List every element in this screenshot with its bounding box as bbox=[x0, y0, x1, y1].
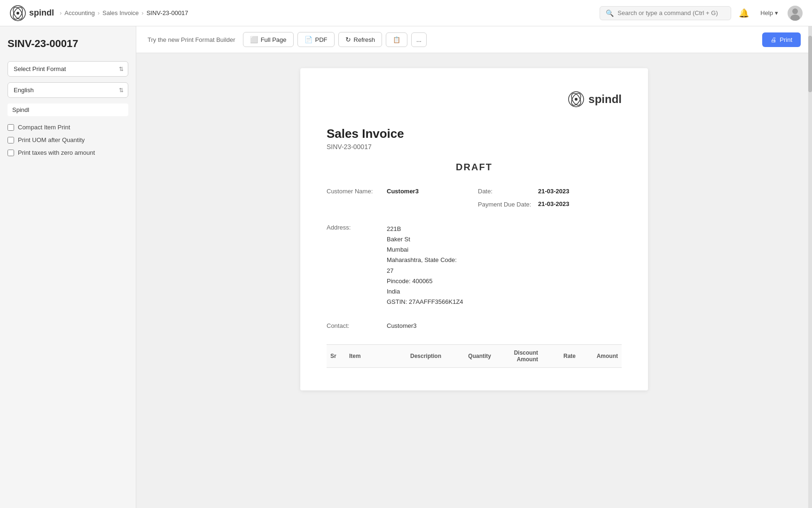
contact-value: Customer3 bbox=[387, 322, 417, 329]
col-header-sr: Sr bbox=[327, 344, 345, 367]
scrollbar-thumb[interactable] bbox=[808, 36, 812, 92]
full-page-button[interactable]: ⬜ Full Page bbox=[243, 32, 294, 47]
print-uom-input[interactable] bbox=[8, 137, 14, 143]
invoice-header: spindl bbox=[327, 91, 622, 108]
draft-watermark: DRAFT bbox=[327, 162, 622, 173]
compact-item-print-input[interactable] bbox=[8, 124, 14, 131]
language-select[interactable]: English bbox=[8, 82, 128, 98]
customer-name-label: Customer Name: bbox=[327, 188, 383, 195]
address-value: 221BBaker StMumbaiMaharashtra, State Cod… bbox=[387, 224, 463, 307]
language-selector[interactable]: English ⇅ bbox=[8, 82, 128, 98]
address-line: Maharashtra, State Code: bbox=[387, 255, 463, 265]
print-taxes-checkbox[interactable]: Print taxes with zero amount bbox=[8, 149, 128, 156]
invoice-table: Sr Item Description Quantity Discount Am… bbox=[327, 344, 622, 368]
svg-point-4 bbox=[792, 8, 798, 14]
payment-due-value: 21-03-2023 bbox=[538, 200, 570, 207]
col-header-quantity: Quantity bbox=[457, 344, 495, 367]
refresh-label: Refresh bbox=[354, 36, 375, 43]
breadcrumb-current: SINV-23-00017 bbox=[147, 9, 188, 16]
more-options-button[interactable]: ... bbox=[411, 32, 427, 47]
address-line: Pincode: 400065 bbox=[387, 276, 463, 286]
address-line: GSTIN: 27AAFFF3566K1Z4 bbox=[387, 297, 463, 307]
refresh-icon: ↻ bbox=[345, 36, 351, 43]
address-line: 221B bbox=[387, 224, 463, 234]
notification-bell-button[interactable]: 🔔 bbox=[737, 6, 751, 20]
date-label: Date: bbox=[478, 188, 534, 195]
breadcrumb: › Accounting › Sales Invoice › SINV-23-0… bbox=[60, 9, 188, 16]
contact-label: Contact: bbox=[327, 322, 383, 329]
help-chevron-icon: ▾ bbox=[775, 9, 778, 16]
address-line: Baker St bbox=[387, 234, 463, 245]
spindl-logo-icon bbox=[9, 5, 26, 22]
address-line: Mumbai bbox=[387, 245, 463, 255]
avatar-icon bbox=[788, 6, 803, 21]
invoice-title: Sales Invoice bbox=[327, 127, 622, 141]
user-avatar[interactable] bbox=[788, 6, 803, 21]
breadcrumb-sales-invoice[interactable]: Sales Invoice bbox=[102, 9, 139, 16]
document-button[interactable]: 📋 bbox=[386, 32, 407, 47]
print-uom-checkbox[interactable]: Print UOM after Quantity bbox=[8, 136, 128, 143]
content-area: Try the new Print Format Builder ⬜ Full … bbox=[136, 26, 812, 508]
compact-item-print-label: Compact Item Print bbox=[18, 124, 70, 131]
breadcrumb-accounting[interactable]: Accounting bbox=[64, 9, 94, 16]
invoice-paper: spindl Sales Invoice SINV-23-00017 DRAFT… bbox=[300, 68, 648, 390]
date-value: 21-03-2023 bbox=[538, 188, 570, 195]
full-page-label: Full Page bbox=[261, 36, 287, 43]
print-format-selector[interactable]: Select Print Format ⇅ bbox=[8, 61, 128, 77]
refresh-button[interactable]: ↻ Refresh bbox=[338, 32, 383, 47]
pdf-icon: 📄 bbox=[304, 36, 312, 43]
invoice-info-grid: Customer Name: Customer3 Date: 21-03-202… bbox=[327, 188, 622, 209]
print-icon: 🖨 bbox=[771, 36, 777, 43]
help-button[interactable]: Help ▾ bbox=[757, 8, 782, 18]
left-sidebar: SINV-23-00017 Select Print Format ⇅ Engl… bbox=[0, 26, 136, 508]
compact-item-print-checkbox[interactable]: Compact Item Print bbox=[8, 124, 128, 131]
logo-text: spindl bbox=[29, 8, 54, 18]
svg-point-9 bbox=[575, 98, 578, 101]
more-options-label: ... bbox=[416, 36, 422, 43]
full-page-icon: ⬜ bbox=[250, 36, 258, 43]
company-label: Spindl bbox=[8, 103, 128, 116]
address-line: 27 bbox=[387, 266, 463, 276]
invoice-wrapper: spindl Sales Invoice SINV-23-00017 DRAFT… bbox=[136, 53, 812, 508]
search-input[interactable] bbox=[617, 9, 725, 16]
print-format-builder-hint: Try the new Print Format Builder bbox=[148, 36, 235, 43]
company-logo-icon bbox=[568, 91, 585, 108]
print-taxes-input[interactable] bbox=[8, 150, 14, 156]
date-info-col: Date: 21-03-2023 Payment Due Date: 21-03… bbox=[478, 188, 622, 209]
document-icon: 📋 bbox=[393, 36, 400, 43]
payment-due-label: Payment Due Date: bbox=[478, 200, 534, 209]
col-header-discount: Discount Amount bbox=[495, 344, 542, 367]
customer-name-value: Customer3 bbox=[387, 188, 419, 195]
svg-point-5 bbox=[790, 15, 800, 21]
col-header-rate: Rate bbox=[542, 344, 579, 367]
print-uom-label: Print UOM after Quantity bbox=[18, 136, 85, 143]
scrollbar-track[interactable] bbox=[808, 26, 812, 508]
customer-name-info: Customer Name: Customer3 bbox=[327, 188, 470, 195]
print-taxes-label: Print taxes with zero amount bbox=[18, 149, 95, 156]
address-line: India bbox=[387, 286, 463, 297]
svg-point-3 bbox=[16, 12, 19, 15]
toolbar: Try the new Print Format Builder ⬜ Full … bbox=[136, 26, 812, 53]
top-navigation: spindl › Accounting › Sales Invoice › SI… bbox=[0, 0, 812, 26]
table-header-row: Sr Item Description Quantity Discount Am… bbox=[327, 344, 622, 367]
col-header-description: Description bbox=[406, 344, 457, 367]
nav-right: 🔍 🔔 Help ▾ bbox=[600, 6, 803, 21]
col-header-item: Item bbox=[345, 344, 406, 367]
print-format-select[interactable]: Select Print Format bbox=[8, 61, 128, 77]
logo-area[interactable]: spindl bbox=[9, 5, 54, 22]
col-header-amount: Amount bbox=[579, 344, 622, 367]
breadcrumb-sep-left: › bbox=[60, 9, 62, 16]
invoice-id: SINV-23-00017 bbox=[327, 143, 622, 151]
main-layout: SINV-23-00017 Select Print Format ⇅ Engl… bbox=[0, 26, 812, 508]
breadcrumb-sep-2: › bbox=[141, 9, 143, 16]
address-section: Address: 221BBaker StMumbaiMaharashtra, … bbox=[327, 224, 622, 307]
contact-section: Contact: Customer3 bbox=[327, 322, 622, 329]
pdf-label: PDF bbox=[315, 36, 328, 43]
checkbox-group: Compact Item Print Print UOM after Quant… bbox=[8, 124, 128, 156]
help-label: Help bbox=[760, 9, 773, 16]
pdf-button[interactable]: 📄 PDF bbox=[297, 32, 335, 47]
print-button[interactable]: 🖨 Print bbox=[762, 32, 801, 47]
search-bar[interactable]: 🔍 bbox=[600, 6, 731, 20]
print-label: Print bbox=[780, 36, 792, 43]
company-logo: spindl bbox=[568, 91, 622, 108]
